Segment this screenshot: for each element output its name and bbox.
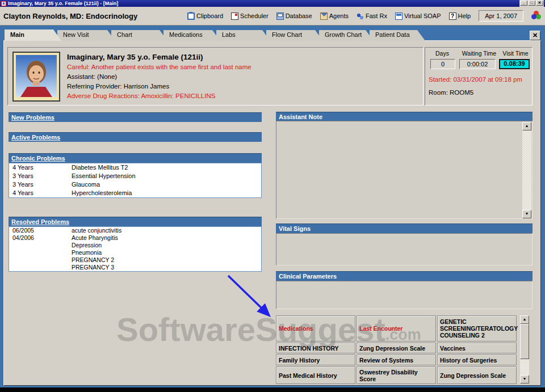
database-icon <box>276 12 284 20</box>
assistant-note-scrollbar[interactable]: ▲ ▼ <box>522 122 531 218</box>
quick-access-grid: Medications Last Encounter GENETIC SCREE… <box>276 315 517 384</box>
vital-signs-body[interactable] <box>276 233 533 265</box>
infection-history-button[interactable]: INFECTION HISTORY <box>276 343 355 353</box>
patient-photo <box>12 52 60 102</box>
assistant-note-header: Assistant Note <box>276 112 533 121</box>
assistant-line: Assistant: (None) <box>67 72 251 82</box>
tab-labs[interactable]: Labs <box>216 30 270 41</box>
restore-button[interactable]: □ <box>528 1 535 6</box>
list-item[interactable]: 3 Years Glaucoma <box>9 180 261 189</box>
tab-patient-data[interactable]: Patient Data <box>370 30 425 41</box>
main-content: Imaginary, Mary 35 y.o. Female (121ii) C… <box>3 40 541 386</box>
scroll-up-icon[interactable]: ▲ <box>522 122 531 130</box>
help-button[interactable]: ? Help <box>449 12 471 20</box>
duplicate-name-warning: Careful: Another patient exists with the… <box>67 62 251 72</box>
list-item[interactable]: PREGNANCY 2 <box>9 256 261 264</box>
scroll-down-icon[interactable]: ▼ <box>520 375 529 383</box>
tab-bar: Main New Visit Chart Medications Labs Fl… <box>5 30 421 41</box>
visit-time-value: 0.08:39 <box>499 59 530 69</box>
fast-rx-icon <box>357 12 364 20</box>
clipboard-icon <box>187 12 195 20</box>
waiting-time-value: 0:00:02 <box>459 59 496 69</box>
new-problems-header[interactable]: New Problems <box>9 112 262 122</box>
date-display[interactable]: Apr 1, 2007 <box>479 10 523 22</box>
last-encounter-button[interactable]: Last Encounter <box>357 315 436 342</box>
tab-chart[interactable]: Chart <box>111 30 167 41</box>
toolbar-buttons: Clipboard Scheduler Database Agents Fast… <box>187 10 545 22</box>
application-window: Imaginary, Mary 35 y.o. Female (121ii) -… <box>0 0 545 392</box>
resolved-problems-header[interactable]: Resolved Problems <box>9 217 262 226</box>
clinical-parameters-body[interactable] <box>276 281 533 309</box>
room-text: Room: ROOM5 <box>429 89 473 96</box>
toolbar: Clayton Reynolds, MD: Endocrinology Clip… <box>0 7 545 26</box>
list-item[interactable]: 06/2005 acute conjunctivitis <box>9 227 261 234</box>
app-icon <box>1 1 6 6</box>
patient-header: Imaginary, Mary 35 y.o. Female (121ii) C… <box>7 47 424 106</box>
clipboard-button[interactable]: Clipboard <box>187 12 223 20</box>
title-bar: Imaginary, Mary 35 y.o. Female (121ii) -… <box>0 0 545 7</box>
medications-button[interactable]: Medications <box>276 315 355 342</box>
minimize-button[interactable]: _ <box>520 1 527 6</box>
fast-rx-button[interactable]: Fast Rx <box>357 12 387 20</box>
close-button[interactable]: ✕ <box>536 1 543 6</box>
tab-new-visit[interactable]: New Visit <box>57 30 115 41</box>
adverse-reactions-line: Adverse Drug Reactions: Amoxicillin: PEN… <box>67 91 251 101</box>
vital-signs-header: Vital Signs <box>276 224 533 233</box>
scheduler-icon <box>231 12 238 20</box>
provider-name: Clayton Reynolds, MD: Endocrinology <box>0 12 137 20</box>
window-title: Imaginary, Mary 35 y.o. Female (121ii) -… <box>8 1 118 6</box>
family-history-button[interactable]: Family History <box>276 355 355 365</box>
genetic-screening-button[interactable]: GENETIC SCREENING/TERATOLOGY COUNSELING … <box>437 315 517 342</box>
past-medical-history-button[interactable]: Past Medical History <box>276 366 355 384</box>
tab-main[interactable]: Main <box>5 29 61 41</box>
visit-info-panel: Days Waiting Time Visit Time 0 0:00:02 0… <box>425 47 533 106</box>
database-button[interactable]: Database <box>276 12 312 20</box>
days-value: 0 <box>430 59 455 69</box>
scroll-up-icon[interactable]: ▲ <box>520 315 529 324</box>
bottom-border <box>0 387 545 392</box>
list-item[interactable]: 3 Years Essential Hypertension <box>9 172 261 180</box>
zung-depression-scale-button[interactable]: Zung Depression Scale <box>357 343 436 353</box>
assistant-note-body[interactable]: ▲ ▼ <box>276 121 533 219</box>
tab-growth-chart[interactable]: Growth Chart <box>319 30 374 41</box>
virtual-soap-button[interactable]: Virtual SOAP <box>395 12 441 20</box>
list-item[interactable]: 4 Years Hypercholesterolemia <box>9 189 261 197</box>
resolved-problems-list: 06/2005 acute conjunctivitis 04/2006 Acu… <box>9 226 262 272</box>
list-item[interactable]: 4 Years Diabetes Mellitus T2 <box>9 163 261 172</box>
list-item[interactable]: PREGNANCY 3 <box>9 264 261 271</box>
visit-info-headers: Days Waiting Time Visit Time <box>425 50 532 57</box>
app-logo-icon[interactable] <box>531 11 542 21</box>
visit-started-text: Started: 03/31/2007 at 09:18 pm <box>429 76 522 83</box>
scrollbar-thumb[interactable] <box>520 324 529 359</box>
days-label: Days <box>425 50 459 57</box>
list-item[interactable]: 04/2006 Acute Pharyngitis <box>9 234 261 242</box>
vaccines-button[interactable]: Vaccines <box>437 343 517 353</box>
referring-provider-line: Referring Provider: Harrison James <box>67 82 251 91</box>
history-of-surgeries-button[interactable]: History of Surgeries <box>437 355 517 365</box>
close-tab-button[interactable]: ✕ <box>530 31 540 40</box>
virtual-soap-icon <box>395 12 403 20</box>
scheduler-button[interactable]: Scheduler <box>231 12 269 20</box>
scroll-down-icon[interactable]: ▼ <box>522 210 531 218</box>
active-problems-header[interactable]: Active Problems <box>9 132 262 142</box>
patient-details: Imaginary, Mary 35 y.o. Female (121ii) C… <box>67 52 251 105</box>
visit-time-label: Visit Time <box>499 50 532 57</box>
list-item[interactable]: Depression <box>9 242 261 249</box>
tab-flow-chart[interactable]: Flow Chart <box>266 30 323 41</box>
chronic-problems-list: 4 Years Diabetes Mellitus T2 3 Years Ess… <box>9 163 262 198</box>
review-of-systems-button[interactable]: Review of Systems <box>357 355 436 365</box>
agents-icon <box>320 12 328 20</box>
quick-grid-scrollbar[interactable]: ▲ ▼ <box>520 315 529 383</box>
patient-name: Imaginary, Mary 35 y.o. Female (121ii) <box>67 52 251 62</box>
list-item[interactable]: Pneumonia <box>9 249 261 256</box>
oswestrey-disability-button[interactable]: Oswestrey Disability Score <box>357 366 436 384</box>
zung-depression-scale-button-2[interactable]: Zung Depression Scale <box>437 366 517 384</box>
agents-button[interactable]: Agents <box>320 12 349 20</box>
clinical-parameters-header: Clinical Parameters <box>276 271 533 281</box>
help-icon: ? <box>449 12 456 20</box>
tab-medications[interactable]: Medications <box>164 30 220 41</box>
waiting-time-label: Waiting Time <box>459 50 499 57</box>
chronic-problems-header[interactable]: Chronic Problems <box>9 153 262 163</box>
